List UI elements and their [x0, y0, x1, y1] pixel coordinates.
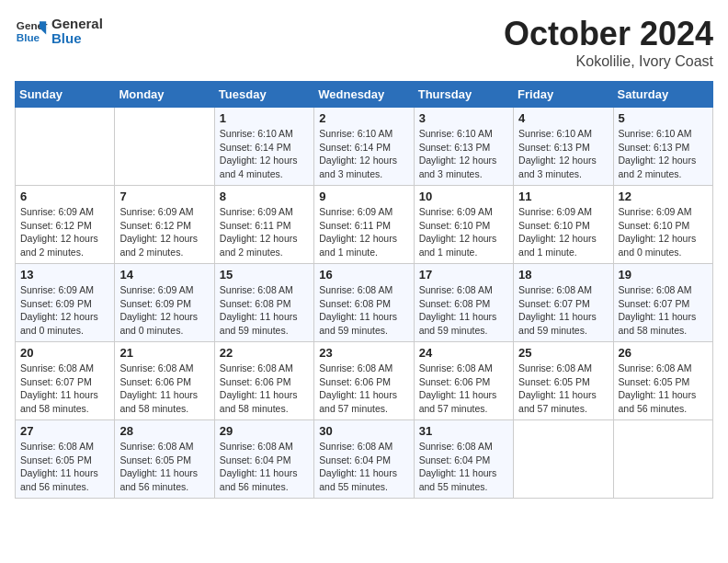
calendar-cell: 23Sunrise: 6:08 AM Sunset: 6:06 PM Dayli…	[314, 342, 414, 420]
day-info: Sunrise: 6:08 AM Sunset: 6:05 PM Dayligh…	[119, 440, 209, 494]
day-info: Sunrise: 6:08 AM Sunset: 6:06 PM Dayligh…	[119, 362, 209, 416]
day-number: 16	[319, 268, 408, 282]
location: Kokolilie, Ivory Coast	[504, 53, 713, 70]
day-header-wednesday: Wednesday	[314, 82, 414, 108]
day-number: 5	[619, 111, 708, 125]
day-info: Sunrise: 6:08 AM Sunset: 6:07 PM Dayligh…	[20, 362, 109, 416]
day-info: Sunrise: 6:08 AM Sunset: 6:04 PM Dayligh…	[220, 440, 309, 494]
calendar-cell: 31Sunrise: 6:08 AM Sunset: 6:04 PM Dayli…	[414, 420, 513, 499]
calendar-table: SundayMondayTuesdayWednesdayThursdayFrid…	[15, 81, 713, 499]
title-block: October 2024 Kokolilie, Ivory Coast	[504, 15, 713, 70]
calendar-cell: 30Sunrise: 6:08 AM Sunset: 6:04 PM Dayli…	[314, 420, 414, 499]
day-number: 12	[619, 190, 708, 203]
calendar-cell: 20Sunrise: 6:08 AM Sunset: 6:07 PM Dayli…	[16, 342, 115, 420]
calendar-cell	[115, 108, 214, 186]
day-number: 26	[619, 346, 708, 360]
day-info: Sunrise: 6:09 AM Sunset: 6:09 PM Dayligh…	[119, 283, 209, 338]
day-header-sunday: Sunday	[16, 82, 115, 108]
calendar-cell: 13Sunrise: 6:09 AM Sunset: 6:09 PM Dayli…	[16, 264, 115, 342]
day-header-tuesday: Tuesday	[214, 82, 313, 108]
day-info: Sunrise: 6:09 AM Sunset: 6:12 PM Dayligh…	[119, 205, 209, 259]
calendar-cell: 7Sunrise: 6:09 AM Sunset: 6:12 PM Daylig…	[115, 186, 214, 264]
day-number: 24	[419, 346, 508, 360]
day-info: Sunrise: 6:09 AM Sunset: 6:10 PM Dayligh…	[518, 205, 608, 259]
calendar-cell: 8Sunrise: 6:09 AM Sunset: 6:11 PM Daylig…	[214, 186, 313, 264]
day-info: Sunrise: 6:10 AM Sunset: 6:13 PM Dayligh…	[619, 127, 708, 181]
calendar-cell: 6Sunrise: 6:09 AM Sunset: 6:12 PM Daylig…	[16, 186, 115, 264]
logo-text-blue: Blue	[51, 31, 103, 47]
calendar-cell: 29Sunrise: 6:08 AM Sunset: 6:04 PM Dayli…	[214, 420, 313, 499]
day-info: Sunrise: 6:10 AM Sunset: 6:13 PM Dayligh…	[518, 127, 608, 181]
day-info: Sunrise: 6:09 AM Sunset: 6:10 PM Dayligh…	[619, 205, 708, 259]
day-number: 13	[20, 268, 109, 282]
day-number: 15	[220, 268, 309, 282]
logo: General Blue General Blue	[15, 15, 103, 48]
calendar-cell: 27Sunrise: 6:08 AM Sunset: 6:05 PM Dayli…	[16, 420, 115, 499]
day-header-saturday: Saturday	[613, 82, 712, 108]
day-number: 31	[419, 424, 508, 438]
logo-text-general: General	[51, 17, 103, 32]
calendar-cell: 3Sunrise: 6:10 AM Sunset: 6:13 PM Daylig…	[414, 108, 513, 186]
page-header: General Blue General Blue October 2024 K…	[15, 15, 713, 70]
calendar-cell: 15Sunrise: 6:08 AM Sunset: 6:08 PM Dayli…	[214, 264, 313, 342]
calendar-cell: 25Sunrise: 6:08 AM Sunset: 6:05 PM Dayli…	[514, 342, 613, 420]
calendar-cell: 26Sunrise: 6:08 AM Sunset: 6:05 PM Dayli…	[613, 342, 712, 420]
day-info: Sunrise: 6:09 AM Sunset: 6:09 PM Dayligh…	[20, 283, 109, 338]
day-number: 28	[119, 424, 209, 438]
calendar-cell: 18Sunrise: 6:08 AM Sunset: 6:07 PM Dayli…	[514, 264, 613, 342]
day-number: 18	[518, 268, 608, 282]
day-info: Sunrise: 6:08 AM Sunset: 6:04 PM Dayligh…	[319, 440, 408, 494]
day-number: 9	[319, 190, 408, 203]
day-number: 25	[518, 346, 608, 360]
day-number: 23	[319, 346, 408, 360]
calendar-cell: 1Sunrise: 6:10 AM Sunset: 6:14 PM Daylig…	[214, 108, 313, 186]
day-info: Sunrise: 6:09 AM Sunset: 6:11 PM Dayligh…	[319, 205, 408, 259]
calendar-cell: 19Sunrise: 6:08 AM Sunset: 6:07 PM Dayli…	[613, 264, 712, 342]
day-info: Sunrise: 6:08 AM Sunset: 6:08 PM Dayligh…	[220, 283, 309, 338]
month-title: October 2024	[504, 15, 713, 53]
day-info: Sunrise: 6:08 AM Sunset: 6:06 PM Dayligh…	[319, 362, 408, 416]
calendar-cell: 2Sunrise: 6:10 AM Sunset: 6:14 PM Daylig…	[314, 108, 414, 186]
day-info: Sunrise: 6:08 AM Sunset: 6:05 PM Dayligh…	[518, 362, 608, 416]
calendar-header-row: SundayMondayTuesdayWednesdayThursdayFrid…	[16, 82, 713, 108]
day-info: Sunrise: 6:08 AM Sunset: 6:06 PM Dayligh…	[220, 362, 309, 416]
logo-icon: General Blue	[15, 15, 48, 48]
day-number: 3	[419, 111, 508, 125]
day-number: 21	[119, 346, 209, 360]
day-info: Sunrise: 6:10 AM Sunset: 6:14 PM Dayligh…	[319, 127, 408, 181]
calendar-cell: 5Sunrise: 6:10 AM Sunset: 6:13 PM Daylig…	[613, 108, 712, 186]
day-info: Sunrise: 6:08 AM Sunset: 6:05 PM Dayligh…	[20, 440, 109, 494]
day-info: Sunrise: 6:08 AM Sunset: 6:07 PM Dayligh…	[518, 283, 608, 338]
day-number: 27	[20, 424, 109, 438]
day-number: 10	[419, 190, 508, 203]
day-number: 29	[220, 424, 309, 438]
calendar-cell: 14Sunrise: 6:09 AM Sunset: 6:09 PM Dayli…	[115, 264, 214, 342]
day-number: 20	[20, 346, 109, 360]
day-info: Sunrise: 6:08 AM Sunset: 6:04 PM Dayligh…	[419, 440, 508, 494]
day-number: 19	[619, 268, 708, 282]
day-info: Sunrise: 6:09 AM Sunset: 6:10 PM Dayligh…	[419, 205, 508, 259]
calendar-cell: 12Sunrise: 6:09 AM Sunset: 6:10 PM Dayli…	[613, 186, 712, 264]
day-info: Sunrise: 6:10 AM Sunset: 6:14 PM Dayligh…	[220, 127, 309, 181]
day-number: 17	[419, 268, 508, 282]
day-info: Sunrise: 6:10 AM Sunset: 6:13 PM Dayligh…	[419, 127, 508, 181]
day-number: 30	[319, 424, 408, 438]
calendar-cell: 10Sunrise: 6:09 AM Sunset: 6:10 PM Dayli…	[414, 186, 513, 264]
svg-marker-2	[40, 21, 46, 34]
day-number: 6	[20, 190, 109, 203]
calendar-week-row: 13Sunrise: 6:09 AM Sunset: 6:09 PM Dayli…	[16, 264, 713, 342]
calendar-cell	[16, 108, 115, 186]
day-info: Sunrise: 6:09 AM Sunset: 6:12 PM Dayligh…	[20, 205, 109, 259]
day-info: Sunrise: 6:08 AM Sunset: 6:07 PM Dayligh…	[619, 283, 708, 338]
calendar-week-row: 20Sunrise: 6:08 AM Sunset: 6:07 PM Dayli…	[16, 342, 713, 420]
calendar-cell: 4Sunrise: 6:10 AM Sunset: 6:13 PM Daylig…	[514, 108, 613, 186]
day-info: Sunrise: 6:09 AM Sunset: 6:11 PM Dayligh…	[220, 205, 309, 259]
calendar-week-row: 1Sunrise: 6:10 AM Sunset: 6:14 PM Daylig…	[16, 108, 713, 186]
day-number: 8	[220, 190, 309, 203]
day-number: 4	[518, 111, 608, 125]
calendar-cell: 22Sunrise: 6:08 AM Sunset: 6:06 PM Dayli…	[214, 342, 313, 420]
calendar-cell: 24Sunrise: 6:08 AM Sunset: 6:06 PM Dayli…	[414, 342, 513, 420]
day-header-friday: Friday	[514, 82, 613, 108]
day-info: Sunrise: 6:08 AM Sunset: 6:06 PM Dayligh…	[419, 362, 508, 416]
day-info: Sunrise: 6:08 AM Sunset: 6:05 PM Dayligh…	[619, 362, 708, 416]
